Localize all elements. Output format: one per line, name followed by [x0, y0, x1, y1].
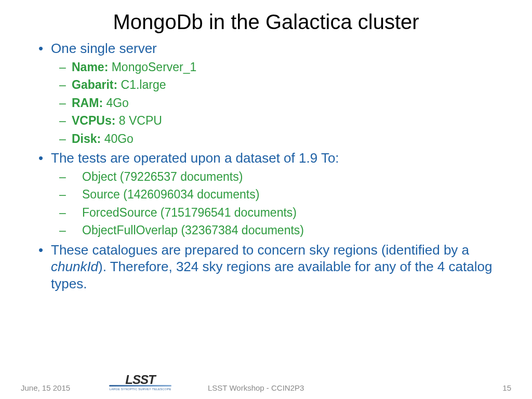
spec-name: Name: MongoServer_1: [56, 58, 511, 76]
bullet-dataset: The tests are operated upon a dataset of…: [36, 150, 511, 240]
spec-value: 8 VCPU: [115, 114, 162, 127]
spec-value: 40Go: [101, 132, 134, 145]
spec-disk: Disk: 40Go: [56, 130, 511, 148]
spec-value: MongoServer_1: [108, 60, 196, 74]
spec-label: Disk:: [72, 132, 101, 145]
spec-label: VCPUs:: [72, 114, 115, 127]
spec-vcpu: VCPUs: 8 VCPU: [56, 112, 511, 130]
spec-label: Name:: [72, 60, 108, 74]
dataset-forcedsource: ForcedSource (7151796541 documents): [56, 204, 511, 222]
spec-label: RAM:: [72, 96, 103, 110]
spec-value: C1.large: [117, 78, 166, 91]
lsst-logo: LSST LARGE SYNOPTIC SURVEY TELESCOPE: [109, 375, 171, 391]
slide: MongoDb in the Galactica cluster One sin…: [0, 0, 532, 399]
bullet-text: The tests are operated upon a dataset of…: [51, 150, 339, 166]
bullet-text-em: chunkId: [51, 259, 98, 274]
bullet-server: One single server Name: MongoServer_1 Ga…: [36, 40, 511, 148]
footer-date: June, 15 2015: [21, 383, 70, 392]
server-specs: Name: MongoServer_1 Gabarit: C1.large RA…: [51, 58, 511, 148]
footer-page-number: 15: [502, 383, 511, 392]
spec-value: 4Go: [103, 96, 129, 110]
bullet-list: One single server Name: MongoServer_1 Ga…: [36, 40, 511, 292]
slide-title: MongoDb in the Galactica cluster: [21, 10, 511, 34]
dataset-source: Source (1426096034 documents): [56, 185, 511, 204]
spec-ram: RAM: 4Go: [56, 94, 511, 112]
bullet-text-a: These catalogues are prepared to concern…: [51, 242, 469, 258]
logo-subtext: LARGE SYNOPTIC SURVEY TELESCOPE: [109, 388, 171, 391]
bullet-text-c: ). Therefore, 324 sky regions are availa…: [51, 259, 492, 291]
dataset-list: Object (79226537 documents) Source (1426…: [51, 168, 511, 240]
logo-text: LSST: [109, 375, 171, 384]
bullet-catalogues: These catalogues are prepared to concern…: [36, 242, 511, 292]
spec-label: Gabarit:: [72, 78, 117, 91]
dataset-object: Object (79226537 documents): [56, 168, 511, 186]
dataset-objectfulloverlap: ObjectFullOverlap (32367384 documents): [56, 221, 511, 240]
footer-center: LSST Workshop - CCIN2P3: [208, 383, 304, 392]
slide-body: One single server Name: MongoServer_1 Ga…: [21, 40, 511, 292]
spec-gabarit: Gabarit: C1.large: [56, 76, 511, 94]
bullet-text: One single server: [51, 41, 157, 56]
